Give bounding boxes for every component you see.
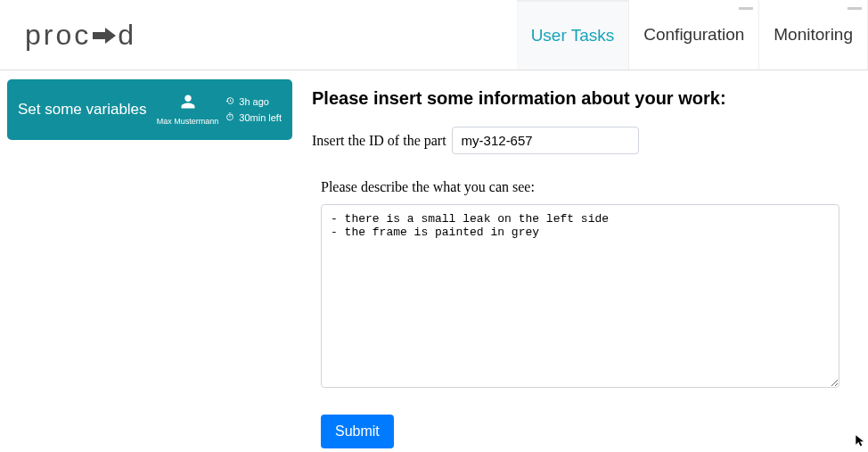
- header: proc d User Tasks Configuration Monitori…: [0, 0, 868, 70]
- submit-button[interactable]: Submit: [321, 415, 394, 448]
- task-timeleft-text: 30min left: [239, 112, 282, 123]
- body: Set some variables Max Mustermann 3h ago: [0, 70, 868, 452]
- stopwatch-icon: [225, 112, 234, 123]
- task-ago-text: 3h ago: [239, 96, 269, 107]
- task-user: Max Mustermann: [157, 94, 219, 126]
- logo-text-1: proc: [25, 19, 91, 52]
- task-card[interactable]: Set some variables Max Mustermann 3h ago: [7, 79, 292, 140]
- logo: proc d: [25, 18, 136, 52]
- content: Please insert some information about you…: [299, 70, 868, 452]
- nav-tab-label: User Tasks: [531, 26, 615, 45]
- description-textarea[interactable]: [321, 204, 839, 388]
- task-username: Max Mustermann: [157, 117, 219, 126]
- nav-tab-label: Monitoring: [774, 25, 853, 45]
- task-meta: 3h ago 30min left: [225, 96, 282, 123]
- nav-tab-monitoring[interactable]: Monitoring: [759, 0, 868, 70]
- nav: User Tasks Configuration Monitoring: [517, 0, 868, 70]
- task-title: Set some variables: [18, 101, 150, 119]
- part-id-input[interactable]: [452, 127, 639, 154]
- page-title: Please insert some information about you…: [312, 88, 856, 109]
- part-id-label: Insert the ID of the part: [312, 133, 446, 149]
- task-ago: 3h ago: [225, 96, 282, 107]
- task-timeleft: 30min left: [225, 112, 282, 123]
- history-icon: [225, 96, 234, 107]
- field-part-id: Insert the ID of the part: [312, 127, 856, 154]
- indicator-icon: [739, 7, 753, 10]
- nav-tab-user-tasks[interactable]: User Tasks: [517, 0, 630, 70]
- cursor-icon: [854, 434, 866, 450]
- nav-tab-configuration[interactable]: Configuration: [629, 0, 759, 70]
- logo-arrow-icon: [93, 18, 116, 52]
- sidebar: Set some variables Max Mustermann 3h ago: [0, 70, 299, 452]
- description-label: Please describe the what you can see:: [321, 179, 856, 195]
- user-icon: [180, 94, 196, 113]
- nav-tab-label: Configuration: [643, 25, 744, 45]
- logo-text-2: d: [118, 19, 136, 52]
- indicator-icon: [848, 7, 862, 10]
